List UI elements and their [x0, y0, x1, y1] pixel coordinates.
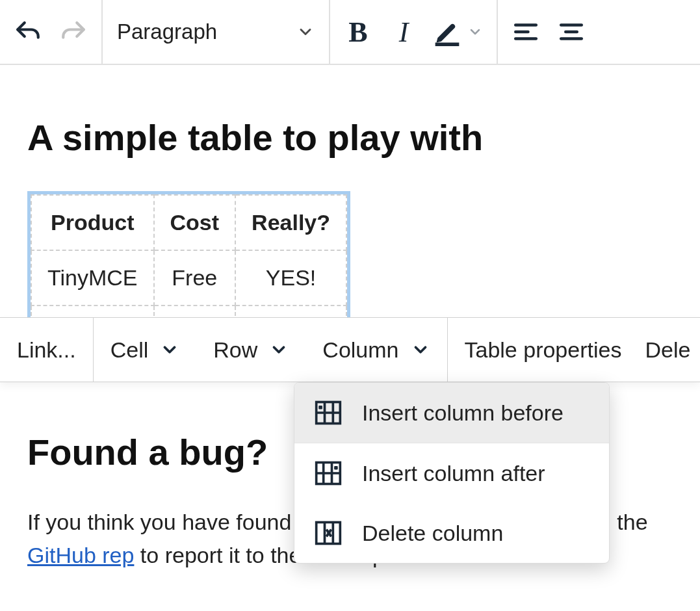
insert-column-before-icon: [314, 398, 343, 427]
editor-toolbar: Paragraph B I: [0, 0, 700, 65]
context-cell-label: Cell: [110, 337, 149, 363]
redo-button[interactable]: [51, 9, 96, 55]
bold-icon: B: [348, 16, 367, 49]
context-column-label: Column: [322, 337, 398, 363]
text-style-group: B I: [330, 0, 498, 64]
align-center-button[interactable]: [549, 9, 594, 55]
align-left-button[interactable]: [503, 9, 549, 55]
table-cell[interactable]: YES!: [235, 250, 346, 306]
undo-button[interactable]: [5, 9, 51, 55]
context-link-label: Link...: [17, 337, 76, 363]
pencil-underline-icon: [433, 18, 461, 46]
context-row-menu[interactable]: Row: [196, 318, 305, 382]
undo-icon: [14, 18, 42, 46]
editor-table[interactable]: Product Cost Really? TinyMCE Free YES!: [27, 191, 350, 325]
align-group: [498, 0, 599, 64]
table-context-toolbar: Link... Cell Row Column Table properties…: [0, 317, 700, 382]
chevron-down-icon: [411, 340, 430, 359]
context-table-properties-label: Table properties: [465, 337, 622, 363]
menu-insert-column-before[interactable]: Insert column before: [294, 383, 609, 443]
delete-column-icon: [314, 519, 343, 547]
redo-icon: [60, 18, 87, 46]
context-delete-label: Dele: [645, 337, 690, 363]
github-link[interactable]: GitHub rep: [27, 543, 134, 567]
table-header-cell[interactable]: Cost: [154, 195, 236, 250]
align-left-icon: [512, 18, 539, 46]
context-link-button[interactable]: Link...: [0, 318, 93, 382]
block-format-label: Paragraph: [117, 20, 217, 44]
column-dropdown-menu: Insert column before Insert column after: [294, 382, 610, 564]
menu-item-label: Insert column after: [362, 461, 545, 486]
table-cell[interactable]: TinyMCE: [31, 250, 154, 306]
table-header-cell[interactable]: Product: [31, 195, 154, 250]
table-header-row: Product Cost Really?: [31, 195, 346, 250]
italic-button[interactable]: I: [381, 9, 426, 55]
menu-insert-column-after[interactable]: Insert column after: [294, 443, 609, 503]
menu-item-label: Delete column: [362, 521, 503, 546]
context-cell-menu[interactable]: Cell: [94, 318, 197, 382]
insert-column-after-icon: [314, 459, 343, 488]
context-delete-table[interactable]: Dele: [638, 318, 690, 382]
table-row: TinyMCE Free YES!: [31, 250, 346, 306]
chevron-down-icon: [269, 340, 289, 359]
history-group: [0, 0, 103, 64]
block-format-select[interactable]: Paragraph: [103, 0, 330, 64]
svg-rect-0: [435, 43, 460, 47]
chevron-down-icon: [160, 340, 179, 359]
context-table-properties[interactable]: Table properties: [448, 318, 639, 382]
context-column-menu[interactable]: Column: [305, 318, 447, 382]
context-row-label: Row: [213, 337, 257, 363]
chevron-down-icon: [296, 23, 315, 41]
heading-table: A simple table to play with: [27, 110, 673, 165]
menu-item-label: Insert column before: [362, 400, 564, 426]
align-center-icon: [558, 18, 585, 46]
text-color-button[interactable]: [426, 18, 491, 46]
bold-button[interactable]: B: [335, 9, 381, 55]
table-cell[interactable]: Free: [154, 250, 236, 306]
menu-delete-column[interactable]: Delete column: [294, 503, 609, 563]
chevron-down-icon: [465, 22, 485, 42]
table-header-cell[interactable]: Really?: [235, 195, 346, 250]
italic-icon: I: [399, 16, 409, 49]
